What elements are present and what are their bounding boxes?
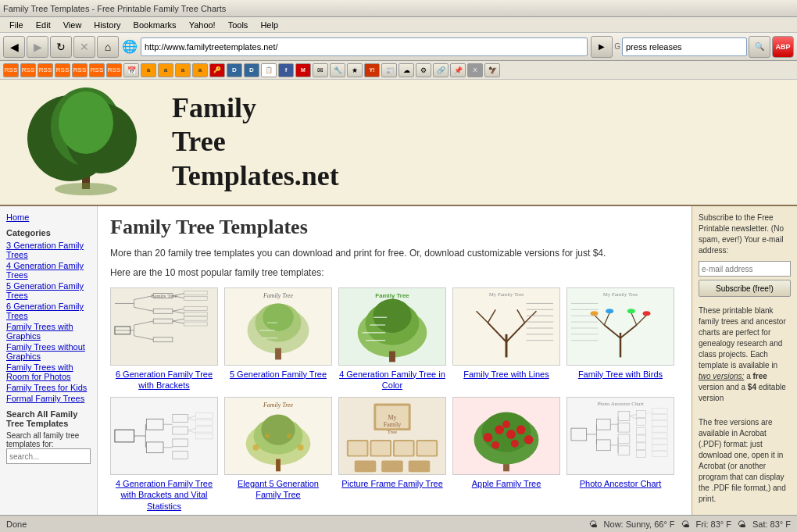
svg-point-112 bbox=[261, 415, 295, 445]
bookmark-21[interactable]: 📌 bbox=[450, 63, 466, 77]
stop-button[interactable]: ✕ bbox=[73, 36, 95, 58]
sidebar-link-6gen[interactable]: 6 Generation Family Trees bbox=[6, 302, 91, 320]
weather-icon-2: 🌤 bbox=[681, 520, 690, 529]
bookmark-22[interactable]: X bbox=[467, 63, 483, 77]
reload-button[interactable]: ↻ bbox=[50, 36, 72, 58]
template-thumb-picture: My Family Tree bbox=[338, 397, 446, 475]
subscribe-button[interactable]: Subscribe (free!) bbox=[699, 280, 791, 297]
menu-yahoo[interactable]: Yahoo! bbox=[183, 20, 222, 30]
svg-rect-133 bbox=[381, 461, 403, 473]
menu-file[interactable]: File bbox=[3, 20, 30, 30]
bookmark-18[interactable]: ☁ bbox=[398, 63, 414, 77]
svg-text:Family: Family bbox=[384, 421, 401, 428]
back-button[interactable]: ◀ bbox=[3, 36, 25, 58]
home-button[interactable]: ⌂ bbox=[97, 36, 119, 58]
svg-point-139 bbox=[483, 433, 492, 442]
bookmark-8[interactable]: 📅 bbox=[123, 63, 139, 77]
sidebar-link-without-graphics[interactable]: Family Trees without Graphics bbox=[6, 342, 91, 361]
bookmark-amazon4[interactable]: a bbox=[192, 63, 208, 77]
template-thumb-6gen-brackets: Family Tree bbox=[110, 287, 218, 366]
bookmark-4[interactable]: RSS bbox=[55, 63, 70, 77]
template-item-birds[interactable]: My Family Tree bbox=[566, 287, 674, 391]
bookmark-gmail[interactable]: M bbox=[295, 63, 311, 77]
sidebar-link-formal[interactable]: Formal Family Trees bbox=[6, 394, 91, 403]
bookmark-13[interactable]: ✉ bbox=[313, 63, 328, 77]
template-item-5gen[interactable]: Family Tree bbox=[224, 287, 332, 391]
template-item-elegant[interactable]: Family Tree bbox=[224, 397, 332, 512]
main-content: Family Tree Templates More than 20 famil… bbox=[98, 206, 692, 515]
bookmark-7[interactable]: RSS bbox=[106, 63, 122, 77]
template-item-apple[interactable]: Apple Family Tree bbox=[452, 397, 560, 512]
template-item-lines[interactable]: My Family Tree bbox=[452, 287, 560, 391]
go-button[interactable]: ▶ bbox=[591, 36, 613, 58]
menu-view[interactable]: View bbox=[57, 20, 88, 30]
sidebar-search-input[interactable] bbox=[6, 448, 91, 464]
thumb-svg-picture: My Family Tree bbox=[339, 397, 445, 475]
thumb-svg-6gen: Family Tree bbox=[111, 287, 217, 366]
svg-point-140 bbox=[495, 425, 504, 434]
bookmark-5[interactable]: RSS bbox=[72, 63, 88, 77]
bookmark-23[interactable]: 🦅 bbox=[484, 63, 500, 77]
svg-rect-38 bbox=[275, 348, 281, 359]
bookmark-6[interactable]: RSS bbox=[89, 63, 105, 77]
sidebar-link-kids[interactable]: Family Trees for Kids bbox=[6, 383, 91, 392]
template-item-picture[interactable]: My Family Tree bbox=[338, 397, 446, 512]
bookmark-14[interactable]: 🔧 bbox=[330, 63, 345, 77]
template-item-4gen-color[interactable]: Family Tree bbox=[338, 287, 446, 391]
sidebar-link-3gen[interactable]: 3 Generation Family Trees bbox=[6, 241, 91, 259]
template-thumb-5gen: Family Tree bbox=[224, 287, 332, 366]
bookmark-1[interactable]: RSS bbox=[3, 63, 19, 77]
bookmark-15[interactable]: ★ bbox=[347, 63, 363, 77]
forward-button[interactable]: ▶ bbox=[27, 36, 48, 58]
svg-text:Family Tree: Family Tree bbox=[263, 402, 293, 409]
menu-history[interactable]: History bbox=[88, 20, 127, 30]
template-item-6gen-brackets[interactable]: Family Tree bbox=[110, 287, 218, 391]
thumb-svg-apple bbox=[453, 397, 559, 475]
weather-sat: Sat: 83° F bbox=[752, 520, 791, 529]
adblock-button[interactable]: ABP bbox=[772, 36, 794, 58]
svg-point-46 bbox=[373, 298, 411, 332]
bookmark-amazon2[interactable]: a bbox=[158, 63, 173, 77]
bookmark-9[interactable]: 🔑 bbox=[209, 63, 225, 77]
search-engine-icon: G bbox=[614, 42, 620, 51]
template-item-photo-ancestor[interactable]: Photo Ancestor Chart bbox=[566, 397, 674, 512]
svg-point-37 bbox=[263, 303, 293, 330]
bookmark-10[interactable]: D bbox=[227, 63, 242, 77]
bookmark-3[interactable]: RSS bbox=[38, 63, 53, 77]
template-thumb-apple bbox=[452, 397, 560, 475]
bookmark-amazon1[interactable]: a bbox=[141, 63, 156, 77]
search-input[interactable] bbox=[622, 37, 747, 56]
sidebar-home-link[interactable]: Home bbox=[6, 212, 91, 222]
weather-info: 🌤 Now: Sunny, 66° F 🌤 Fri: 83° F 🌤 Sat: … bbox=[589, 520, 791, 529]
bookmark-amazon3[interactable]: a bbox=[175, 63, 191, 77]
sidebar-link-with-graphics[interactable]: Family Trees with Graphics bbox=[6, 322, 91, 341]
bookmarks-bar: RSS RSS RSS RSS RSS RSS RSS 📅 a a a a 🔑 … bbox=[0, 61, 797, 80]
email-input[interactable] bbox=[699, 261, 791, 277]
sidebar-link-photos[interactable]: Family Trees with Room for Photos bbox=[6, 362, 91, 381]
menu-help[interactable]: Help bbox=[254, 20, 284, 30]
bookmark-11[interactable]: D bbox=[244, 63, 259, 77]
site-title: Family Tree Templates.net bbox=[172, 91, 339, 193]
svg-point-77 bbox=[591, 311, 599, 316]
sidebar-link-4gen[interactable]: 4 Generation Family Trees bbox=[6, 261, 91, 280]
bookmark-20[interactable]: 🔗 bbox=[433, 63, 449, 77]
svg-rect-113 bbox=[276, 459, 281, 472]
address-input[interactable] bbox=[141, 37, 588, 56]
svg-point-78 bbox=[606, 309, 613, 313]
menu-bookmarks[interactable]: Bookmarks bbox=[127, 20, 183, 30]
page-desc2: Here are the 10 most popular family tree… bbox=[110, 266, 679, 280]
bookmark-fb[interactable]: f bbox=[278, 63, 294, 77]
right-desc1: These printable blank family trees and a… bbox=[699, 305, 791, 404]
bookmark-12[interactable]: 📋 bbox=[261, 63, 277, 77]
menu-tools[interactable]: Tools bbox=[222, 20, 255, 30]
search-button[interactable]: 🔍 bbox=[749, 36, 770, 58]
template-grid: Family Tree bbox=[110, 287, 679, 512]
bookmark-2[interactable]: RSS bbox=[20, 63, 36, 77]
template-item-4gen-brackets-vital[interactable]: 4 Generation Family Tree with Brackets a… bbox=[110, 397, 218, 512]
sidebar-link-5gen[interactable]: 5 Generation Family Trees bbox=[6, 281, 91, 300]
bookmark-19[interactable]: ⚙ bbox=[416, 63, 431, 77]
bookmark-17[interactable]: 📰 bbox=[381, 63, 397, 77]
menu-edit[interactable]: Edit bbox=[30, 20, 57, 30]
svg-point-146 bbox=[502, 420, 510, 428]
bookmark-16[interactable]: Y! bbox=[364, 63, 380, 77]
